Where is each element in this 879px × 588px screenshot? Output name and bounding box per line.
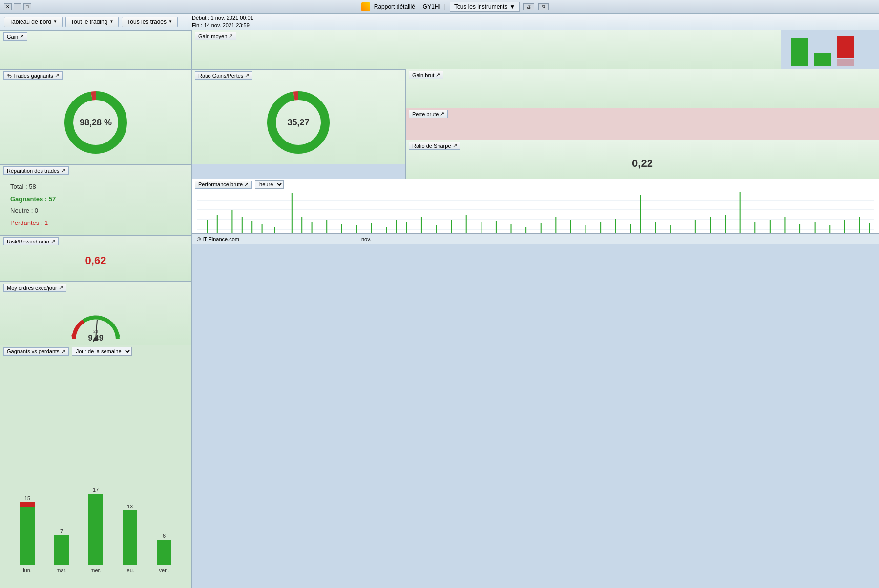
perte-brute-panel: Perte brute ↗ [406, 108, 879, 140]
minimize-btn[interactable]: ─ [14, 3, 21, 10]
bar-group: 13jeu. [123, 504, 137, 573]
perf-chart-panel: Performance brute ↗ heure [192, 179, 879, 244]
trading-dropdown[interactable]: Tout le trading ▼ [65, 17, 119, 27]
win-bar[interactable] [54, 535, 69, 565]
ratio-panel: Ratio Gains/Pertes ↗ 35,27 [192, 69, 405, 164]
expand-icon[interactable]: ↗ [229, 33, 233, 39]
main-content: Gain ↗ % Trades gagnants ↗ 98,28 [0, 30, 879, 588]
bar-wrap [88, 494, 103, 565]
bar-label: lun. [23, 568, 32, 573]
date-range: Début : 1 nov. 2021 00:01 Fin : 14 nov. … [192, 14, 253, 29]
repartition-content: Total : 58 Gagnantes : 57 Neutre : 0 Per… [0, 176, 191, 234]
expand-icon[interactable]: ↗ [55, 72, 59, 79]
win-bar[interactable] [88, 494, 103, 565]
risk-panel: Risk/Reward ratio ↗ 0,62 [0, 235, 191, 282]
bar-wrap [20, 502, 35, 565]
bar-group: 17mer. [88, 487, 103, 573]
bar-group: 6ven. [157, 533, 171, 573]
maximize-btn[interactable]: □ [23, 3, 31, 10]
sharpe-panel: Ratio de Sharpe ↗ 0,22 [406, 140, 879, 179]
gagnantes-value: Gagnantes : 57 [10, 193, 181, 205]
close-btn[interactable]: ✕ [4, 3, 12, 10]
bar-count: 17 [93, 487, 99, 493]
expand-icon[interactable]: ↗ [61, 167, 65, 174]
expand-icon[interactable]: ↗ [436, 72, 440, 78]
ratio-btn[interactable]: Ratio Gains/Pertes ↗ [195, 71, 252, 80]
repartition-panel: Répartition des trades ↗ Total : 58 Gagn… [0, 164, 191, 235]
title-text: Rapport détaillé GY1HI | Tous les instru… [35, 2, 875, 12]
ticker: GY1HI [423, 3, 440, 10]
bar-group: 15lun. [20, 495, 35, 573]
gvp-btn[interactable]: Gagnants vs perdants ↗ [3, 347, 69, 356]
instrument-dropdown[interactable]: Tous les instruments ▼ [450, 2, 520, 12]
app-name: Rapport détaillé [374, 3, 415, 10]
win-bar[interactable] [20, 507, 35, 565]
svg-rect-19 [292, 193, 293, 237]
chart-x-label: nov. [361, 236, 371, 242]
bar-count: 13 [127, 504, 133, 509]
copy-btn[interactable]: ⧉ [538, 3, 549, 10]
gain-moyen-btn[interactable]: Gain moyen ↗ [195, 32, 236, 40]
bar-chart: 15lun.7mar.17mer.13jeu.6ven. [0, 357, 191, 586]
expand-icon[interactable]: ↗ [244, 182, 249, 188]
perdantes-value: Perdantes : 1 [10, 217, 181, 229]
lose-bar[interactable] [20, 502, 35, 507]
win-bar[interactable] [157, 540, 171, 565]
risk-btn[interactable]: Risk/Reward ratio ↗ [3, 237, 59, 245]
title-bar: ✕ ─ □ Rapport détaillé GY1HI | Tous les … [0, 0, 879, 14]
expand-icon[interactable]: ↗ [20, 33, 24, 40]
right-panel: Gain moyen ↗ [192, 30, 879, 588]
expand-icon[interactable]: ↗ [245, 72, 249, 79]
print-btn[interactable]: 🖨 [523, 3, 534, 10]
separator-icon: | [444, 3, 446, 10]
bar-label: mer. [90, 568, 101, 573]
gain-title-btn[interactable]: Gain ↗ [3, 32, 27, 41]
moy-panel: Moy ordres exec/jour ↗ [0, 282, 191, 345]
repartition-btn[interactable]: Répartition des trades ↗ [3, 166, 69, 175]
expand-icon[interactable]: ↗ [51, 238, 55, 244]
pct-trades-btn[interactable]: % Trades gagnants ↗ [3, 71, 63, 80]
perte-brute-btn[interactable]: Perte brute ↗ [409, 110, 448, 118]
jour-select[interactable]: Jour de la semaine [72, 347, 132, 356]
bar-group: 7mar. [54, 528, 69, 573]
sharpe-btn[interactable]: Ratio de Sharpe ↗ [409, 142, 460, 150]
expand-icon[interactable]: ↗ [453, 142, 457, 149]
gain-header: Gain ↗ [0, 31, 191, 42]
gain-brut-panel: Gain brut ↗ [406, 69, 879, 108]
gain-brut-btn[interactable]: Gain brut ↗ [409, 71, 443, 79]
trades-dropdown[interactable]: Tous les trades ▼ [122, 17, 178, 27]
svg-rect-44 [640, 195, 641, 237]
bar-wrap [54, 535, 69, 565]
expand-icon[interactable]: ↗ [59, 284, 63, 291]
window-controls[interactable]: ✕ ─ □ [4, 3, 31, 10]
pct-donut-container: 98,28 % [0, 81, 191, 164]
ratio-value: 35,27 [287, 118, 309, 128]
gvp-panel: Gagnants vs perdants ↗ Jour de la semain… [0, 345, 191, 588]
pct-donut: 98,28 % [62, 88, 130, 157]
bar-count: 6 [163, 533, 166, 539]
bar-count: 15 [24, 495, 30, 501]
pct-trades-panel: % Trades gagnants ↗ 98,28 % [0, 69, 191, 164]
bar-count: 7 [60, 528, 63, 534]
gain-panel: Gain ↗ [0, 30, 191, 69]
gain-moyen-panel: Gain moyen ↗ [192, 30, 781, 69]
chevron-down-icon: ▼ [53, 20, 57, 24]
expand-icon[interactable]: ↗ [61, 348, 65, 355]
chevron-down-icon: ▼ [509, 3, 515, 10]
sharpe-value: 0,22 [409, 150, 876, 177]
chevron-down-icon: ▼ [168, 20, 172, 24]
moy-btn[interactable]: Moy ordres exec/jour ↗ [3, 284, 66, 292]
copyright: © IT-Finance.com [197, 236, 239, 242]
bar-label: ven. [159, 568, 169, 573]
left-panel: Gain ↗ % Trades gagnants ↗ 98,28 [0, 30, 192, 588]
perf-btn[interactable]: Performance brute ↗ [195, 181, 252, 189]
svg-rect-14 [231, 210, 232, 237]
chevron-down-icon: ▼ [109, 20, 113, 24]
bar-label: mar. [56, 568, 66, 573]
gain-moyen-chart [781, 30, 879, 69]
heure-select[interactable]: heure [255, 180, 284, 189]
tableau-dropdown[interactable]: Tableau de bord ▼ [4, 17, 63, 27]
expand-icon[interactable]: ↗ [440, 111, 444, 117]
win-bar[interactable] [123, 510, 137, 565]
svg-text:24: 24 [93, 329, 98, 334]
